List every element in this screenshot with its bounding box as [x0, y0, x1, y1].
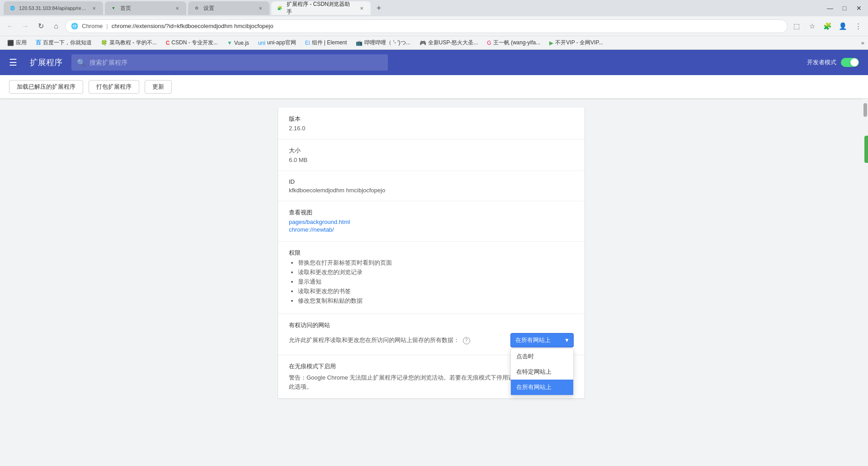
tab-1-title: 120.53.31.103:84/api/app/recc...: [19, 5, 87, 11]
browser-toolbar: ← → ↻ ⌂ 🌐 Chrome | chrome://extensions/?…: [0, 16, 868, 36]
permission-4: 读取和更改您的书签: [298, 287, 574, 295]
bookmark-bilibili[interactable]: 📺 哔哩哔哩（ '- ')つ...: [352, 38, 414, 48]
address-url: chrome://extensions/?id=kfkdboecolemdjod…: [112, 23, 274, 29]
bookmark-baidu-label: 百度一下，你就知道: [43, 39, 92, 47]
title-bar: 🌐 120.53.31.103:84/api/app/recc... ✕ ▼ 首…: [0, 0, 868, 16]
baidu-icon: 百: [36, 39, 41, 47]
dropdown-option-all[interactable]: 在所有网站上: [511, 380, 573, 395]
dev-mode-label: 开发者模式: [807, 58, 836, 67]
dropdown-option-click[interactable]: 点击时: [511, 349, 573, 364]
load-extension-button[interactable]: 加载已解压的扩展程序: [9, 80, 83, 94]
tab-3-title: 设置: [203, 5, 214, 12]
bookmarks-bar: ⬛ 应用 百 百度一下，你就知道 🍀 菜鸟教程 - 学的不... C CSDN …: [0, 36, 868, 50]
forward-button[interactable]: →: [19, 20, 32, 33]
ext-search-input[interactable]: [90, 59, 382, 66]
bookmark-runoob-label: 菜鸟教程 - 学的不...: [109, 39, 157, 47]
extensions-icon[interactable]: 🧩: [821, 20, 834, 33]
bookmark-apps-label: 应用: [16, 39, 27, 47]
address-icon: 🌐: [71, 23, 78, 29]
ext-header: ☰ 扩展程序 🔍 开发者模式: [0, 50, 868, 75]
bookmark-vip-label: 不开VIP - 全网VIP...: [555, 39, 603, 47]
permissions-list: 替换您在打开新标签页时看到的页面 读取和更改您的浏览记录 显示通知 读取和更改您…: [289, 259, 574, 305]
ext-page-title: 扩展程序: [30, 57, 62, 68]
reload-button[interactable]: ↻: [34, 20, 47, 33]
id-label: ID: [289, 178, 574, 185]
bookmark-usp[interactable]: 🎮 全新USP-怒火大圣...: [416, 38, 482, 48]
update-button[interactable]: 更新: [145, 80, 172, 94]
tab-1-close[interactable]: ✕: [90, 5, 98, 12]
bookmark-wang[interactable]: G 王一帆 (wang-yifa...: [483, 38, 544, 48]
pack-extension-button[interactable]: 打包扩展程序: [89, 80, 139, 94]
bookmark-bilibili-label: 哔哩哔哩（ '- ')つ...: [364, 39, 410, 47]
cast-icon[interactable]: ⬚: [790, 20, 803, 33]
tab-4-close[interactable]: ✕: [358, 5, 365, 12]
wang-icon: G: [487, 40, 491, 46]
permission-1: 替换您在打开新标签页时看到的页面: [298, 259, 574, 267]
tab-3[interactable]: ⚙ 设置 ✕: [188, 1, 269, 15]
address-bar[interactable]: 🌐 Chrome | chrome://extensions/?id=kfkdb…: [65, 19, 788, 33]
permission-5: 修改您复制和粘贴的数据: [298, 297, 574, 305]
toolbar-icons: ⬚ ☆ 🧩 👤 ⋮: [790, 20, 864, 33]
site-access-desc: 允许此扩展程序读取和更改您在所访问的网站上留存的所有数据： ?: [289, 336, 503, 344]
id-value: kfkdboecolemdjodhm hmcibjocfopejo: [289, 187, 574, 194]
version-label: 版本: [289, 115, 574, 123]
new-tab-button[interactable]: +: [373, 2, 385, 14]
ext-search-box[interactable]: 🔍: [71, 54, 388, 71]
bookmark-vue[interactable]: ▼ Vue.js: [223, 39, 253, 47]
ext-search-icon: 🔍: [77, 58, 86, 67]
bookmark-uniapp[interactable]: uni uni-app官网: [255, 38, 300, 48]
ext-main: 版本 2.16.0 大小 6.0 MB ID kfkdboecolemdjodh…: [0, 99, 863, 466]
home-button[interactable]: ⌂: [50, 20, 62, 33]
size-value: 6.0 MB: [289, 157, 574, 163]
permission-2: 读取和更改您的浏览记录: [298, 268, 574, 276]
view-link-2[interactable]: chrome://newtab/: [289, 226, 574, 233]
bookmark-runoob[interactable]: 🍀 菜鸟教程 - 学的不...: [97, 38, 160, 48]
ext-toolbar: 加载已解压的扩展程序 打包扩展程序 更新: [0, 75, 868, 99]
site-access-dropdown[interactable]: 在所有网站上 ▼: [510, 333, 574, 347]
bookmark-icon[interactable]: ☆: [806, 20, 818, 33]
id-section: ID kfkdboecolemdjodhm hmcibjocfopejo: [278, 171, 585, 201]
bookmark-wang-label: 王一帆 (wang-yifa...: [493, 39, 541, 47]
tab-2[interactable]: ▼ 首页 ✕: [105, 1, 186, 15]
bookmark-apps[interactable]: ⬛ 应用: [4, 38, 30, 48]
site-access-label: 有权访问的网站: [289, 321, 574, 329]
size-section: 大小 6.0 MB: [278, 139, 585, 171]
tab-2-close[interactable]: ✕: [174, 5, 181, 12]
permissions-label: 权限: [289, 249, 574, 257]
back-button[interactable]: ←: [4, 20, 16, 33]
permissions-section: 权限 替换您在打开新标签页时看到的页面 读取和更改您的浏览记录 显示通知 读取和…: [278, 242, 585, 314]
scroll-thumb[interactable]: [863, 103, 867, 117]
bookmark-element[interactable]: El 组件 | Element: [302, 38, 350, 48]
right-edge-indicator: [864, 136, 868, 163]
maximize-button[interactable]: □: [839, 3, 850, 14]
permission-3: 显示通知: [298, 278, 574, 286]
profile-icon[interactable]: 👤: [836, 20, 849, 33]
bookmark-vue-label: Vue.js: [234, 40, 249, 46]
bookmark-baidu[interactable]: 百 百度一下，你就知道: [32, 38, 95, 48]
view-link-1[interactable]: pages/background.html: [289, 219, 574, 225]
bookmarks-more[interactable]: »: [861, 39, 864, 46]
help-icon[interactable]: ?: [463, 337, 470, 344]
tab-4[interactable]: 🧩 扩展程序 - CSDN浏览器助手 ✕: [271, 1, 371, 15]
menu-icon[interactable]: ⋮: [852, 20, 864, 33]
dropdown-option-specific[interactable]: 在特定网站上: [511, 364, 573, 380]
dev-mode-toggle[interactable]: [841, 58, 859, 67]
dropdown-menu: 点击时 在特定网站上 在所有网站上: [510, 348, 574, 395]
tab-1[interactable]: 🌐 120.53.31.103:84/api/app/recc... ✕: [4, 1, 103, 15]
tab-2-favicon: ▼: [110, 5, 117, 11]
dropdown-container: 在所有网站上 ▼ 点击时 在特定网站上 在所有网站上: [510, 333, 574, 347]
address-protocol: Chrome: [82, 23, 103, 29]
minimize-button[interactable]: —: [825, 3, 835, 14]
close-button[interactable]: ✕: [854, 3, 864, 14]
runoob-icon: 🍀: [101, 40, 108, 46]
tab-4-title: 扩展程序 - CSDN浏览器助手: [287, 0, 354, 16]
bookmark-vip[interactable]: ▶ 不开VIP - 全网VIP...: [546, 38, 607, 48]
tab-3-close[interactable]: ✕: [257, 5, 264, 12]
tab-2-title: 首页: [120, 5, 131, 12]
ext-menu-icon[interactable]: ☰: [9, 57, 17, 68]
size-label: 大小: [289, 147, 574, 155]
csdn-icon: C: [166, 40, 170, 46]
usp-icon: 🎮: [420, 40, 426, 46]
bookmark-csdn[interactable]: C CSDN - 专业开发...: [162, 38, 222, 48]
bookmark-usp-label: 全新USP-怒火大圣...: [428, 39, 478, 47]
